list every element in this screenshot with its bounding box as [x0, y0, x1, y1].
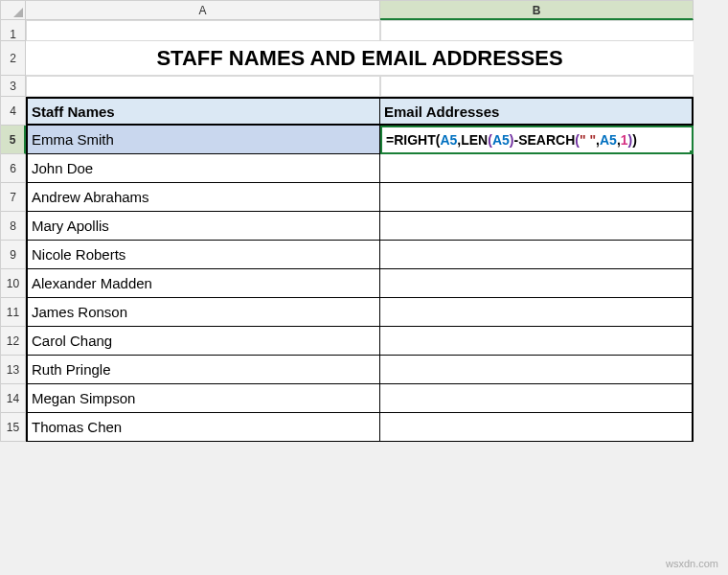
row-12: 12 Carol Chang — [1, 327, 694, 356]
cell-A3[interactable] — [26, 76, 380, 97]
row-header-15[interactable]: 15 — [1, 413, 26, 442]
cell-A6[interactable]: John Doe — [26, 154, 380, 183]
page-title[interactable]: STAFF NAMES AND EMAIL ADDRESSES — [26, 41, 694, 76]
row-7: 7 Andrew Abrahams — [1, 183, 694, 212]
cell-B7[interactable] — [380, 183, 694, 212]
row-header-14[interactable]: 14 — [1, 384, 26, 413]
column-header-B[interactable]: B — [380, 1, 694, 20]
cell-A8[interactable]: Mary Apollis — [26, 212, 380, 241]
cell-A12[interactable]: Carol Chang — [26, 327, 380, 356]
row-11: 11 James Ronson — [1, 298, 694, 327]
cell-B10[interactable] — [380, 269, 694, 298]
row-header-9[interactable]: 9 — [1, 241, 26, 269]
row-header-13[interactable]: 13 — [1, 356, 26, 384]
cell-A14[interactable]: Megan Simpson — [26, 384, 380, 413]
cell-A1[interactable] — [26, 20, 380, 41]
cell-A9[interactable]: Nicole Roberts — [26, 241, 380, 269]
row-3: 3 — [1, 76, 694, 97]
cell-A7[interactable]: Andrew Abrahams — [26, 183, 380, 212]
cell-B14[interactable] — [380, 384, 694, 413]
row-header-2[interactable]: 2 — [1, 41, 26, 76]
column-header-row: A B — [1, 1, 694, 20]
row-header-10[interactable]: 10 — [1, 269, 26, 298]
cell-A10[interactable]: Alexander Madden — [26, 269, 380, 298]
cell-B1[interactable] — [380, 20, 694, 41]
row-header-1[interactable]: 1 — [1, 20, 26, 41]
column-header-A[interactable]: A — [26, 1, 380, 20]
spreadsheet-grid: A B 1 2 STAFF NAMES AND EMAIL ADDRESSES … — [0, 0, 694, 442]
row-header-4[interactable]: 4 — [1, 97, 26, 126]
row-9: 9 Nicole Roberts — [1, 241, 694, 269]
header-staff-names[interactable]: Staff Names — [26, 97, 380, 126]
row-5: 5 Emma Smith =RIGHT(A5,LEN(A5)-SEARCH(" … — [1, 126, 694, 154]
row-13: 13 Ruth Pringle — [1, 356, 694, 384]
row-header-3[interactable]: 3 — [1, 76, 26, 97]
cell-B9[interactable] — [380, 241, 694, 269]
row-4: 4 Staff Names Email Addresses — [1, 97, 694, 126]
row-6: 6 John Doe — [1, 154, 694, 183]
svg-marker-0 — [13, 8, 23, 17]
cell-B6[interactable] — [380, 154, 694, 183]
row-15: 15 Thomas Chen — [1, 413, 694, 442]
cell-B15[interactable] — [380, 413, 694, 442]
row-1: 1 — [1, 20, 694, 41]
row-8: 8 Mary Apollis — [1, 212, 694, 241]
row-header-12[interactable]: 12 — [1, 327, 26, 356]
row-2: 2 STAFF NAMES AND EMAIL ADDRESSES — [1, 41, 694, 76]
header-email-addresses[interactable]: Email Addresses — [380, 97, 694, 126]
cell-A13[interactable]: Ruth Pringle — [26, 356, 380, 384]
cell-B12[interactable] — [380, 327, 694, 356]
select-all-icon — [13, 8, 23, 17]
cell-B13[interactable] — [380, 356, 694, 384]
cell-A15[interactable]: Thomas Chen — [26, 413, 380, 442]
cell-B11[interactable] — [380, 298, 694, 327]
cell-A11[interactable]: James Ronson — [26, 298, 380, 327]
watermark: wsxdn.com — [666, 558, 718, 569]
select-all-corner[interactable] — [1, 1, 26, 20]
cell-B3[interactable] — [380, 76, 694, 97]
row-14: 14 Megan Simpson — [1, 384, 694, 413]
cell-A5[interactable]: Emma Smith — [26, 126, 380, 154]
row-header-6[interactable]: 6 — [1, 154, 26, 183]
cell-B5-formula-editor[interactable]: =RIGHT(A5,LEN(A5)-SEARCH(" ",A5,1)) — [380, 126, 694, 154]
row-10: 10 Alexander Madden — [1, 269, 694, 298]
cell-B8[interactable] — [380, 212, 694, 241]
row-header-5[interactable]: 5 — [1, 126, 26, 154]
row-header-7[interactable]: 7 — [1, 183, 26, 212]
row-header-11[interactable]: 11 — [1, 298, 26, 327]
row-header-8[interactable]: 8 — [1, 212, 26, 241]
